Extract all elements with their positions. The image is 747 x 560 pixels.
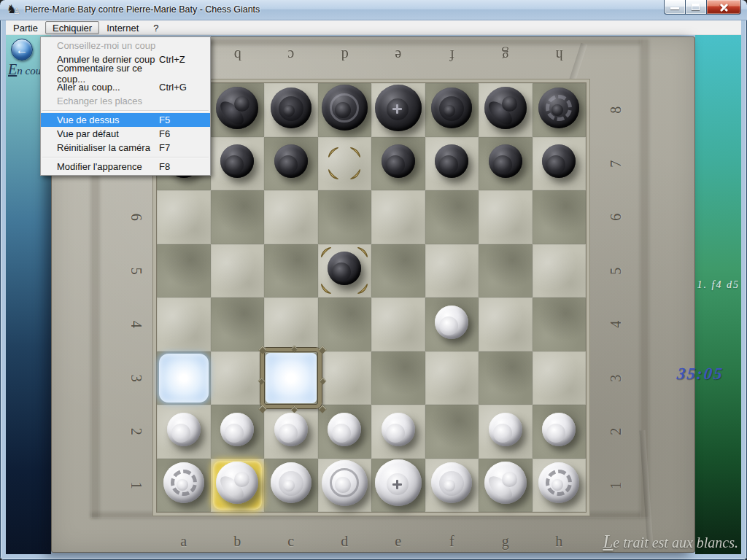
piece-white-pawn-d2[interactable] <box>328 413 361 446</box>
file-label-bottom-f: f <box>425 528 479 554</box>
piece-black-bishop-f8[interactable] <box>431 88 472 128</box>
piece-black-knight-b8[interactable] <box>216 87 258 129</box>
square-c4[interactable] <box>264 298 318 351</box>
square-b4[interactable] <box>211 298 265 351</box>
rank-label-left-1: 1 <box>109 472 163 498</box>
square-g4[interactable] <box>479 298 533 351</box>
rank-label-right-4: 4 <box>589 311 643 338</box>
menu-item-label: Commentaire sur ce coup... <box>57 63 163 85</box>
piece-black-rook-h8[interactable] <box>538 88 579 128</box>
menu-item-conseillez-moi-un-coup: Conseillez-moi un coup <box>41 39 210 52</box>
square-h5[interactable] <box>533 244 587 298</box>
menubar-item-item[interactable]: ? <box>146 21 166 34</box>
piece-white-pawn-f4[interactable] <box>435 306 468 339</box>
menu-item-echanger-les-places: Echanger les places <box>41 94 210 108</box>
cursor-square-frame <box>260 348 322 409</box>
piece-black-king-e8[interactable] <box>375 85 422 131</box>
square-g5[interactable] <box>479 244 533 298</box>
gold-corner-marker <box>349 147 361 158</box>
file-label-bottom-a: a <box>157 528 211 554</box>
piece-black-bishop-c8[interactable] <box>271 88 311 128</box>
close-button[interactable] <box>707 0 741 15</box>
menu-separator <box>42 110 209 111</box>
move-list: 1. f4 d5 <box>681 279 740 291</box>
white-pawn-glyph: ♙ <box>13 4 20 18</box>
square-c5[interactable] <box>264 244 318 298</box>
rank-label-left-5: 5 <box>109 257 163 284</box>
square-d3[interactable] <box>318 351 372 405</box>
piece-white-pawn-h2[interactable] <box>542 413 576 446</box>
gold-corner-marker <box>328 168 339 180</box>
square-g3[interactable] <box>479 351 533 405</box>
piece-black-pawn-c7[interactable] <box>274 144 308 178</box>
piece-white-rook-h1[interactable] <box>538 462 579 503</box>
square-g6[interactable] <box>479 190 533 244</box>
menu-item-vue-de-dessus[interactable]: Vue de dessusF5 <box>41 113 210 127</box>
square-f2[interactable] <box>425 405 479 459</box>
menubar-item-partie[interactable]: Partie <box>6 21 45 34</box>
square-b6[interactable] <box>211 190 265 244</box>
piece-white-queen-d1[interactable] <box>322 460 368 506</box>
square-d6[interactable] <box>318 190 372 244</box>
rank-label-left-2: 2 <box>109 419 163 445</box>
status-message: Le trait est aux blancs. <box>576 532 738 552</box>
frame-groove-bottom <box>91 513 640 518</box>
gold-corner-marker <box>320 246 332 258</box>
piece-black-pawn-g7[interactable] <box>489 144 522 178</box>
rank-label-left-6: 6 <box>109 204 163 230</box>
piece-white-pawn-g2[interactable] <box>489 413 522 446</box>
title-bar[interactable]: ♞♙ Pierre-Marie Baty contre Pierre-Marie… <box>0 0 747 20</box>
menubar-item-echiquier[interactable]: Echiquier <box>45 21 99 34</box>
menu-item-reinitialiser-la-camera[interactable]: Réinitialiser la caméraF7 <box>41 141 210 155</box>
square-a6[interactable] <box>157 190 211 244</box>
piece-white-pawn-e2[interactable] <box>382 413 415 446</box>
piece-white-pawn-b2[interactable] <box>220 413 254 446</box>
square-f3[interactable] <box>425 351 479 405</box>
square-a4[interactable] <box>157 298 211 351</box>
piece-black-knight-g8[interactable] <box>484 87 527 129</box>
square-e3[interactable] <box>371 351 425 405</box>
square-c6[interactable] <box>264 190 318 244</box>
rank-label-right-7: 7 <box>589 150 643 176</box>
piece-white-pawn-c2[interactable] <box>274 413 308 446</box>
piece-white-bishop-f1[interactable] <box>431 462 472 503</box>
piece-white-bishop-c1[interactable] <box>271 462 311 503</box>
menu-item-shortcut: F5 <box>159 114 201 125</box>
square-h4[interactable] <box>533 298 587 351</box>
square-b3[interactable] <box>211 351 265 405</box>
piece-black-pawn-h7[interactable] <box>542 144 576 178</box>
piece-white-knight-b1[interactable] <box>216 462 258 504</box>
maximize-icon <box>692 4 700 10</box>
piece-white-king-e1[interactable] <box>375 459 422 506</box>
square-b5[interactable] <box>211 244 265 298</box>
file-label-bottom-e: e <box>371 528 425 554</box>
square-e4[interactable] <box>371 298 425 351</box>
back-button[interactable]: ← <box>11 39 33 61</box>
gold-corner-marker <box>357 246 368 258</box>
menu-item-label: Vue par défaut <box>57 128 119 139</box>
square-a5[interactable] <box>157 244 211 298</box>
menu-item-vue-par-defaut[interactable]: Vue par défautF6 <box>41 127 210 141</box>
rank-label-right-2: 2 <box>589 419 643 445</box>
square-d4[interactable] <box>318 298 372 351</box>
square-h3[interactable] <box>533 351 587 405</box>
piece-white-pawn-a2[interactable] <box>167 413 201 446</box>
background-right <box>695 35 741 554</box>
piece-black-pawn-b7[interactable] <box>220 144 254 178</box>
menu-item-commentaire-sur-ce-coup[interactable]: Commentaire sur ce coup... <box>41 66 210 80</box>
piece-black-pawn-e7[interactable] <box>382 144 415 178</box>
piece-white-rook-a1[interactable] <box>163 462 204 503</box>
menu-item-modifier-l-apparence[interactable]: Modifier l'apparenceF8 <box>41 160 210 174</box>
menubar-item-internet[interactable]: Internet <box>99 21 146 34</box>
piece-white-knight-g1[interactable] <box>484 462 527 504</box>
file-label-top-f: f <box>425 42 479 69</box>
square-e5[interactable] <box>371 244 425 298</box>
square-f5[interactable] <box>425 244 479 298</box>
piece-black-queen-d8[interactable] <box>322 85 368 131</box>
maximize-button[interactable] <box>686 0 707 15</box>
square-e6[interactable] <box>371 190 425 244</box>
square-f6[interactable] <box>425 190 479 244</box>
minimize-button[interactable] <box>664 0 686 15</box>
piece-black-pawn-f7[interactable] <box>435 144 468 178</box>
square-h6[interactable] <box>533 190 587 244</box>
